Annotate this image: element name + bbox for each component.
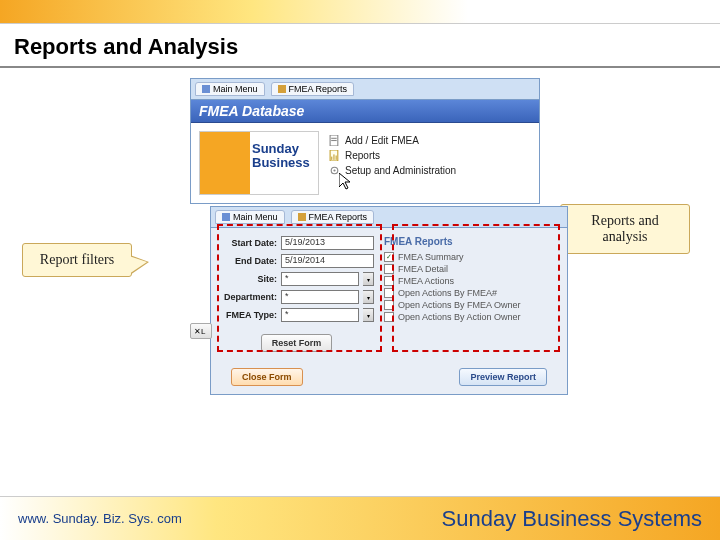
tab-main-menu[interactable]: Main Menu bbox=[195, 82, 265, 96]
field-label: Site: bbox=[219, 274, 277, 284]
window-fmea-reports: Main Menu FMEA Reports Start Date: 5/19/… bbox=[210, 206, 568, 395]
reset-form-button[interactable]: Reset Form bbox=[261, 334, 333, 352]
tab-icon bbox=[202, 85, 210, 93]
svg-rect-6 bbox=[331, 157, 332, 160]
tab-fmea-reports[interactable]: FMEA Reports bbox=[291, 210, 375, 224]
report-option-detail[interactable]: FMEA Detail bbox=[384, 263, 559, 275]
callout-reports-analysis: Reports and analysis bbox=[560, 204, 690, 254]
callout-text: Report filters bbox=[40, 252, 114, 267]
tab-main-menu[interactable]: Main Menu bbox=[215, 210, 285, 224]
tab-label: Main Menu bbox=[213, 84, 258, 94]
svg-rect-7 bbox=[333, 154, 334, 160]
logo-text: Sunday Business bbox=[252, 142, 310, 170]
truncated-button[interactable]: ✕ L bbox=[190, 323, 212, 339]
nav-label: Reports bbox=[345, 150, 380, 161]
nav-label: Add / Edit FMEA bbox=[345, 135, 419, 146]
fmea-type-input[interactable]: * bbox=[281, 308, 359, 322]
tab-icon bbox=[298, 213, 306, 221]
nav-setup-admin[interactable]: Setup and Administration bbox=[329, 165, 531, 176]
tab-strip: Main Menu FMEA Reports bbox=[191, 79, 539, 100]
report-label: Open Actions By FMEA# bbox=[398, 288, 497, 298]
tab-strip: Main Menu FMEA Reports bbox=[211, 207, 567, 228]
logo-block: Sunday Business bbox=[199, 131, 319, 195]
report-icon bbox=[329, 150, 340, 161]
field-label: Department: bbox=[219, 292, 277, 302]
logo-line: Sunday bbox=[252, 142, 310, 156]
report-option-open-by-fmea-owner[interactable]: Open Actions By FMEA Owner bbox=[384, 299, 559, 311]
reports-column-title: FMEA Reports bbox=[384, 236, 559, 247]
nav-reports[interactable]: Reports bbox=[329, 150, 531, 161]
checkbox-icon[interactable] bbox=[384, 312, 394, 322]
tab-label: Main Menu bbox=[233, 212, 278, 222]
nav-add-edit-fmea[interactable]: Add / Edit FMEA bbox=[329, 135, 531, 146]
report-option-open-by-num[interactable]: Open Actions By FMEA# bbox=[384, 287, 559, 299]
checkbox-icon[interactable] bbox=[384, 300, 394, 310]
nav-list: Add / Edit FMEA Reports Setup and Admini… bbox=[329, 131, 531, 195]
nav-label: Setup and Administration bbox=[345, 165, 456, 176]
report-label: FMEA Summary bbox=[398, 252, 464, 262]
field-end-date: End Date: 5/19/2014 bbox=[219, 254, 374, 268]
tab-fmea-reports[interactable]: FMEA Reports bbox=[271, 82, 355, 96]
report-option-summary[interactable]: ✓ FMEA Summary bbox=[384, 251, 559, 263]
svg-rect-12 bbox=[298, 213, 306, 221]
dropdown-icon[interactable]: ▾ bbox=[363, 290, 374, 304]
svg-rect-0 bbox=[202, 85, 210, 93]
svg-rect-1 bbox=[278, 85, 286, 93]
logo-swatch bbox=[200, 132, 250, 195]
footer-brand: Sunday Business Systems bbox=[442, 506, 702, 532]
close-form-button[interactable]: Close Form bbox=[231, 368, 303, 386]
svg-rect-8 bbox=[336, 156, 337, 160]
report-option-actions[interactable]: FMEA Actions bbox=[384, 275, 559, 287]
field-department: Department: * ▾ bbox=[219, 290, 374, 304]
department-input[interactable]: * bbox=[281, 290, 359, 304]
report-label: Open Actions By FMEA Owner bbox=[398, 300, 521, 310]
field-label: FMEA Type: bbox=[219, 310, 277, 320]
report-option-open-by-action-owner[interactable]: Open Actions By Action Owner bbox=[384, 311, 559, 323]
report-label: FMEA Actions bbox=[398, 276, 454, 286]
checkbox-icon[interactable] bbox=[384, 276, 394, 286]
stub-label: L bbox=[201, 327, 205, 336]
callout-text: Reports and analysis bbox=[591, 213, 658, 244]
end-date-input[interactable]: 5/19/2014 bbox=[281, 254, 374, 268]
dropdown-icon[interactable]: ▾ bbox=[363, 272, 374, 286]
screenshot-stage: Main Menu FMEA Reports FMEA Database Sun… bbox=[190, 78, 570, 448]
window-main-menu: Main Menu FMEA Reports FMEA Database Sun… bbox=[190, 78, 540, 204]
logo-line: Business bbox=[252, 156, 310, 170]
content-area: Report filters Reports and analysis Main… bbox=[0, 68, 720, 468]
tab-label: FMEA Reports bbox=[309, 212, 368, 222]
dropdown-icon[interactable]: ▾ bbox=[363, 308, 374, 322]
checkbox-icon[interactable] bbox=[384, 288, 394, 298]
tab-icon bbox=[222, 213, 230, 221]
header-strip bbox=[0, 0, 720, 24]
reports-column: FMEA Reports ✓ FMEA Summary FMEA Detail … bbox=[384, 236, 559, 356]
gear-icon bbox=[329, 165, 340, 176]
checkbox-icon[interactable]: ✓ bbox=[384, 252, 394, 262]
slide-title: Reports and Analysis bbox=[0, 24, 720, 68]
document-icon bbox=[329, 135, 340, 146]
field-label: Start Date: bbox=[219, 238, 277, 248]
field-label: End Date: bbox=[219, 256, 277, 266]
checkbox-icon[interactable] bbox=[384, 264, 394, 274]
site-input[interactable]: * bbox=[281, 272, 359, 286]
callout-report-filters: Report filters bbox=[22, 243, 132, 277]
footer-url: www. Sunday. Biz. Sys. com bbox=[18, 511, 182, 526]
report-label: FMEA Detail bbox=[398, 264, 448, 274]
filters-column: Start Date: 5/19/2013 End Date: 5/19/201… bbox=[219, 236, 374, 356]
field-start-date: Start Date: 5/19/2013 bbox=[219, 236, 374, 250]
svg-point-10 bbox=[333, 169, 335, 171]
field-site: Site: * ▾ bbox=[219, 272, 374, 286]
preview-report-button[interactable]: Preview Report bbox=[459, 368, 547, 386]
tab-icon bbox=[278, 85, 286, 93]
field-fmea-type: FMEA Type: * ▾ bbox=[219, 308, 374, 322]
footer-bar: www. Sunday. Biz. Sys. com Sunday Busine… bbox=[0, 496, 720, 540]
window-title-bar: FMEA Database bbox=[191, 100, 539, 123]
report-label: Open Actions By Action Owner bbox=[398, 312, 521, 322]
tab-label: FMEA Reports bbox=[289, 84, 348, 94]
svg-rect-11 bbox=[222, 213, 230, 221]
start-date-input[interactable]: 5/19/2013 bbox=[281, 236, 374, 250]
